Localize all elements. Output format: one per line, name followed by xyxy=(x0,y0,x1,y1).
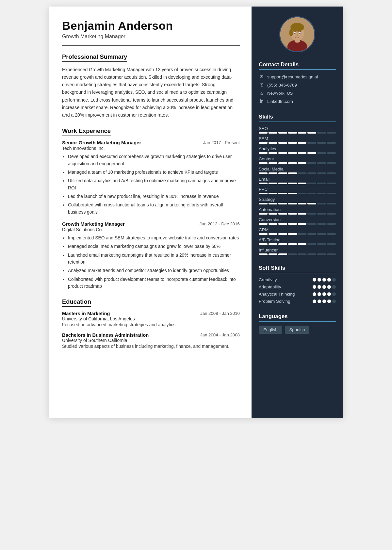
skill-bar xyxy=(259,152,336,154)
skill-segment xyxy=(317,183,326,184)
skill-segment xyxy=(327,172,336,174)
left-column: Benjamin Anderson Growth Marketing Manag… xyxy=(49,7,252,418)
skill-segment xyxy=(327,213,336,215)
contact-linkedin: in LinkedIn.com xyxy=(259,98,336,104)
skill-segment xyxy=(307,243,316,245)
skill-segment xyxy=(307,172,316,174)
skill-name: Influencer xyxy=(259,248,336,252)
contact-text: LinkedIn.com xyxy=(267,99,293,104)
soft-skill-item: Problem Solving xyxy=(259,299,336,304)
soft-skill-dot xyxy=(322,299,326,303)
skill-segment xyxy=(327,183,336,184)
job-bullets: Implemented SEO and SEM strategies to im… xyxy=(62,235,240,290)
company-name: Digital Solutions Co. xyxy=(62,227,240,232)
skill-segment xyxy=(307,233,316,235)
skill-segment xyxy=(317,233,326,235)
skill-segment xyxy=(327,162,336,164)
languages-heading: Languages xyxy=(259,313,336,322)
location-icon: ⌂ xyxy=(259,90,265,96)
skill-segment xyxy=(327,233,336,235)
edu-university: University of California, Los Angeles xyxy=(62,316,240,321)
skill-segment xyxy=(288,213,297,215)
edu-desc: Focused on advanced marketing strategies… xyxy=(62,322,240,327)
skill-item: Email xyxy=(259,177,336,184)
soft-skill-dot xyxy=(332,292,336,296)
full-name: Benjamin Anderson xyxy=(62,20,240,32)
skill-segment xyxy=(327,193,336,194)
skill-segment xyxy=(269,162,277,164)
skill-segment xyxy=(269,142,277,144)
contact-location: ⌂ NewYork, US xyxy=(259,90,336,96)
skill-segment xyxy=(259,223,268,225)
skill-item: Content xyxy=(259,156,336,164)
skill-segment xyxy=(269,213,277,215)
skill-name: SEM xyxy=(259,136,336,141)
skill-segment xyxy=(278,132,287,134)
education-item: Masters in Marketing Jan 2008 - Jan 2010… xyxy=(62,311,240,327)
skill-segment xyxy=(278,223,287,225)
skill-name: Automation xyxy=(259,207,336,212)
skill-bar xyxy=(259,203,336,204)
skill-name: A/B Testing xyxy=(259,237,336,242)
skill-bar xyxy=(259,213,336,215)
languages-section: Languages EnglishSpanish xyxy=(259,313,336,334)
job-title-text: Growth Marketing Manager xyxy=(62,221,125,227)
skill-bar xyxy=(259,142,336,144)
skill-segment xyxy=(269,183,277,184)
skill-segment xyxy=(298,152,307,154)
skill-name: Analytics xyxy=(259,146,336,151)
skill-segment xyxy=(317,243,326,245)
skill-name: CRM xyxy=(259,227,336,232)
languages-list: EnglishSpanish xyxy=(259,326,336,334)
skill-segment xyxy=(269,132,277,134)
skill-segment xyxy=(288,132,297,134)
svg-point-5 xyxy=(289,29,293,37)
soft-skill-dot xyxy=(318,292,321,296)
skill-segment xyxy=(298,233,307,235)
skill-segment xyxy=(278,243,287,245)
soft-skill-dot xyxy=(332,299,336,303)
name-section: Benjamin Anderson Growth Marketing Manag… xyxy=(62,20,240,40)
skill-segment xyxy=(298,172,307,174)
soft-skill-name: Problem Solving xyxy=(259,299,290,304)
edu-degree: Bachelors in Business Administration xyxy=(62,332,149,338)
soft-skills-list: Creativity Adaptability Analytical Think… xyxy=(259,277,336,304)
skill-segment xyxy=(288,193,297,194)
skill-segment xyxy=(307,152,316,154)
skill-segment xyxy=(298,243,307,245)
phone-icon: ✆ xyxy=(259,82,265,88)
skills-section: Skills SEO SEM Analytics Content Social … xyxy=(259,114,336,258)
skill-segment xyxy=(317,162,326,164)
contact-phone: ✆ (555) 345-6789 xyxy=(259,82,336,88)
skill-segment xyxy=(269,233,277,235)
skill-segment xyxy=(298,132,307,134)
contact-text: (555) 345-6789 xyxy=(267,83,297,88)
bullet-item: Launched email marketing campaigns that … xyxy=(68,252,240,266)
skill-segment xyxy=(278,233,287,235)
skill-name: Social Media xyxy=(259,167,336,171)
education-heading: Education xyxy=(62,298,91,307)
bullet-item: Utilized data analytics and A/B testing … xyxy=(68,177,240,191)
skill-bar xyxy=(259,233,336,235)
summary-section: Professional Summary Experienced Growth … xyxy=(62,53,240,119)
job-item: Growth Marketing Manager Jun 2012 - Dec … xyxy=(62,221,240,290)
soft-skill-dots xyxy=(313,278,336,282)
skill-segment xyxy=(269,193,277,194)
skill-segment xyxy=(307,253,316,255)
skill-item: Social Media xyxy=(259,167,336,174)
soft-skills-heading: Soft Skills xyxy=(259,265,336,273)
soft-skill-item: Analytical Thinking xyxy=(259,292,336,297)
bullet-item: Developed and executed comprehensive gro… xyxy=(68,153,240,167)
job-title-text: Senior Growth Marketing Manager xyxy=(62,140,141,145)
header-divider xyxy=(62,45,240,46)
skill-segment xyxy=(288,152,297,154)
skill-segment xyxy=(317,152,326,154)
soft-skill-dot xyxy=(318,285,321,289)
contact-section: Contact Details ✉ support@resumedesign.a… xyxy=(259,61,336,106)
skill-item: Conversion xyxy=(259,217,336,225)
soft-skill-dot xyxy=(327,278,331,282)
skill-segment xyxy=(317,172,326,174)
email-icon: ✉ xyxy=(259,74,265,80)
skill-segment xyxy=(317,253,326,255)
skill-segment xyxy=(288,183,297,184)
